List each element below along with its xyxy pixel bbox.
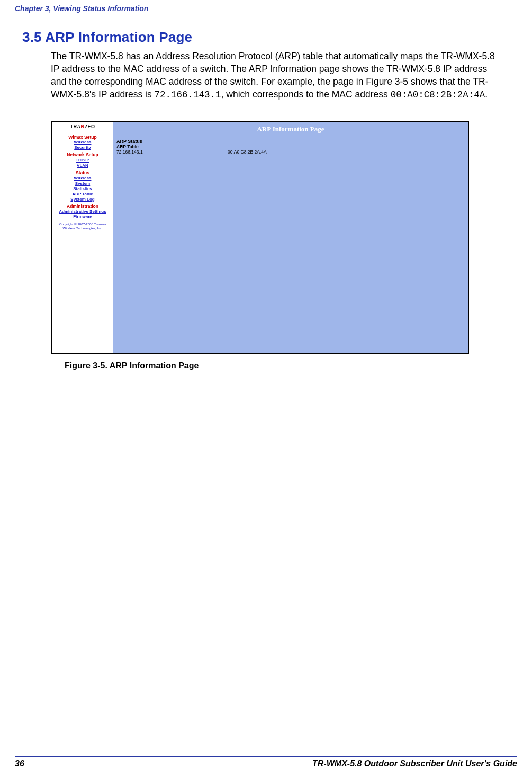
- arp-row-mac: 00:A0:C8:2B:2A:4A: [228, 149, 267, 155]
- screenshot-sidebar: TRANZEO Wimax Setup Wireless Security Ne…: [52, 122, 113, 353]
- logo-part-3: ZEO: [84, 124, 95, 129]
- screenshot-main: ARP Information Page ARP Status ARP Tabl…: [113, 122, 468, 353]
- chapter-header: Chapter 3, Viewing Status Information: [0, 0, 532, 14]
- nav-head-administration: Administration: [52, 204, 113, 210]
- arp-row-ip: 72.166.143.1: [116, 149, 228, 155]
- logo-part-1: TRA: [70, 124, 80, 129]
- mac-literal: 00:A0:C8:2B:2A:4A: [391, 89, 485, 100]
- nav-link-arp-table[interactable]: ARP Table: [52, 192, 113, 197]
- nav-link-statistics[interactable]: Statistics: [52, 186, 113, 192]
- footer-title: TR-WMX-5.8 Outdoor Subscriber Unit User'…: [312, 759, 517, 769]
- nav-head-network: Network Setup: [52, 152, 113, 158]
- arp-table-row: 72.166.143.1 00:A0:C8:2B:2A:4A: [113, 149, 468, 155]
- figure-screenshot: TRANZEO Wimax Setup Wireless Security Ne…: [51, 121, 469, 354]
- nav-link-vlan[interactable]: VLAN: [52, 163, 113, 168]
- nav-link-wireless-1[interactable]: Wireless: [52, 140, 113, 145]
- section-paragraph: The TR-WMX-5.8 has an Address Resolution…: [51, 50, 495, 102]
- screenshot-page-title: ARP Information Page: [113, 125, 468, 133]
- nav-link-wireless-2[interactable]: Wireless: [52, 176, 113, 181]
- page-number: 36: [15, 759, 24, 769]
- nav-link-security[interactable]: Security: [52, 145, 113, 150]
- figure-caption: Figure 3-5. ARP Information Page: [65, 361, 532, 371]
- ip-literal: 72.166.143.1: [155, 89, 221, 100]
- nav-link-admin-settings[interactable]: Administrative Settings: [52, 209, 113, 214]
- section-heading: 3.5 ARP Information Page: [22, 29, 532, 46]
- arp-table-label: ARP Table: [113, 144, 468, 149]
- para-text-2: , which corresponds to the MAC address: [221, 89, 391, 100]
- nav-link-tcpip[interactable]: TCP/IP: [52, 158, 113, 163]
- nav-head-wimax: Wimax Setup: [52, 134, 113, 140]
- nav-link-system[interactable]: System: [52, 181, 113, 186]
- arp-status-label: ARP Status: [113, 133, 468, 144]
- nav-link-firmware[interactable]: Firmware: [52, 214, 113, 220]
- nav-head-status: Status: [52, 170, 113, 176]
- sidebar-copyright: Copyright © 2007-2008 Tranzeo Wireless T…: [52, 223, 113, 230]
- nav-link-system-log[interactable]: System Log: [52, 197, 113, 202]
- para-text-3: .: [485, 89, 488, 100]
- logo: TRANZEO: [52, 124, 113, 131]
- page-footer: 36 TR-WMX-5.8 Outdoor Subscriber Unit Us…: [15, 756, 517, 769]
- logo-divider: [61, 132, 104, 132]
